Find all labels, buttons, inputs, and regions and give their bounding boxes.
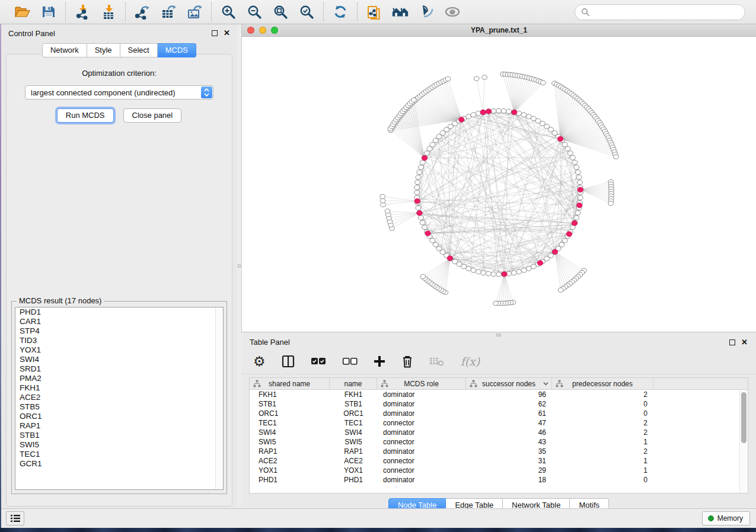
table-scrollbar[interactable]	[739, 390, 748, 493]
zoom-in-icon[interactable]	[219, 3, 237, 21]
control-panel-title: Control Panel	[8, 29, 55, 38]
import-network-icon[interactable]	[74, 3, 91, 21]
vertical-splitter[interactable]	[237, 24, 241, 508]
deselect-all-icon[interactable]	[342, 352, 358, 370]
table-row[interactable]: ORC1ORC1dominator610	[250, 409, 739, 418]
zoom-selected-icon[interactable]	[298, 3, 315, 21]
float-panel-icon[interactable]	[212, 30, 218, 36]
mcds-result-item[interactable]: SWI4	[15, 355, 223, 364]
network-graph[interactable]	[242, 37, 755, 331]
tab-style[interactable]: Style	[87, 43, 120, 57]
mcds-result-item[interactable]: YOX1	[15, 345, 223, 355]
table-row[interactable]: SWI4SWI4dominator462	[250, 428, 739, 437]
table-body: FKH1FKH1dominator962STB1STB1dominator620…	[250, 390, 739, 493]
share-document-icon[interactable]	[365, 3, 383, 21]
tab-network[interactable]: Network	[42, 43, 87, 57]
open-folder-icon[interactable]	[14, 3, 31, 21]
search-input[interactable]	[593, 8, 739, 17]
mcds-list-scrollbar[interactable]	[215, 307, 223, 489]
mcds-result-list[interactable]: PHD1CAR1STP4TID3YOX1SWI4SRD1PMA2FKH1ACE2…	[15, 307, 224, 490]
close-panel-button[interactable]: Close panel	[123, 108, 182, 123]
mcds-result-item[interactable]: STB1	[15, 431, 223, 440]
network-canvas[interactable]	[242, 37, 756, 332]
table-row[interactable]: RAP1RAP1dominator352	[250, 447, 739, 456]
splitter-handle-icon[interactable]	[238, 264, 241, 268]
table-cell: YOX1	[250, 466, 330, 475]
zoom-out-icon[interactable]	[245, 3, 263, 21]
table-cell: TEC1	[330, 418, 377, 428]
column-label: MCDS role	[404, 380, 439, 388]
table-cell: 0	[552, 475, 653, 485]
table-panel-splitter-handle-icon[interactable]	[496, 334, 501, 336]
mcds-result-item[interactable]: ORC1	[15, 412, 223, 421]
table-row[interactable]: FKH1FKH1dominator962	[250, 390, 739, 399]
table-row[interactable]: TEC1TEC1connector472	[250, 418, 739, 428]
table-row[interactable]: STB1STB1dominator620	[250, 399, 739, 409]
float-table-panel-icon[interactable]	[729, 339, 735, 345]
column-header-shared-name[interactable]: shared name	[250, 378, 330, 389]
column-header-successor-nodes[interactable]: successor nodes	[466, 378, 552, 389]
column-label: successor nodes	[482, 380, 535, 388]
mcds-result-item[interactable]: GCR1	[15, 459, 223, 469]
mcds-result-item[interactable]: PHD1	[15, 307, 223, 317]
save-icon[interactable]	[40, 3, 58, 21]
import-table-icon[interactable]	[100, 3, 117, 21]
tab-mcds[interactable]: MCDS	[158, 43, 196, 57]
mcds-result-item[interactable]: SRD1	[15, 364, 223, 374]
home-networks-icon[interactable]	[391, 3, 409, 21]
mcds-result-item[interactable]: PMA2	[15, 374, 223, 383]
search-icon	[581, 8, 589, 16]
table-cell: FKH1	[250, 390, 330, 399]
mcds-result-item[interactable]: SWI5	[15, 440, 223, 450]
close-panel-icon[interactable]: ✕	[224, 30, 230, 36]
search-field[interactable]	[575, 4, 745, 20]
optimization-select[interactable]: largest connected component (undirected)	[25, 85, 213, 100]
table-cell: dominator	[377, 399, 466, 409]
add-column-icon[interactable]	[374, 352, 385, 370]
table-cell: 62	[466, 399, 552, 409]
table-row[interactable]: YOX1YOX1connector291	[250, 466, 739, 475]
status-bar: Memory	[0, 508, 756, 528]
column-header-name[interactable]: name	[330, 378, 377, 389]
run-mcds-button[interactable]: Run MCDS	[57, 108, 114, 123]
refresh-icon[interactable]	[331, 3, 349, 21]
mcds-result-item[interactable]: STP4	[15, 326, 223, 336]
memory-status-icon	[708, 515, 714, 521]
table-cell: SWI5	[330, 437, 377, 447]
select-all-icon[interactable]	[311, 352, 326, 370]
table-row[interactable]: SWI5SWI5connector431	[250, 437, 739, 447]
mcds-result-item[interactable]: TID3	[15, 336, 223, 345]
mcds-result-item[interactable]: ACE2	[15, 393, 223, 402]
function-builder-icon[interactable]: f(x)	[461, 352, 480, 370]
table-row[interactable]: ACE2ACE2connector311	[250, 456, 739, 466]
table-row[interactable]: PHD1PHD1dominator180	[250, 475, 739, 485]
memory-button[interactable]: Memory	[702, 511, 750, 525]
table-cell: 47	[466, 418, 552, 428]
network-window-titlebar[interactable]: YPA_prune.txt_1	[242, 24, 756, 37]
task-history-button[interactable]	[6, 511, 24, 525]
mcds-result-item[interactable]: STB5	[15, 402, 223, 412]
mcds-result-item[interactable]: RAP1	[15, 421, 223, 431]
show-panels-icon[interactable]	[444, 3, 461, 21]
table-scrollbar-thumb[interactable]	[741, 392, 747, 443]
export-image-icon[interactable]	[186, 3, 203, 21]
table-settings-icon[interactable]: ⚙	[253, 352, 266, 370]
close-table-panel-icon[interactable]: ✕	[741, 339, 748, 345]
mcds-result-item[interactable]: TEC1	[15, 450, 223, 459]
zoom-fit-icon[interactable]	[272, 3, 289, 21]
tab-select[interactable]: Select	[120, 43, 158, 57]
select-stepper-icon	[201, 86, 212, 98]
column-layout-icon[interactable]	[282, 352, 295, 370]
column-header-predecessor-nodes[interactable]: predecessor nodes	[552, 378, 653, 389]
column-header-MCDS-role[interactable]: MCDS role	[377, 378, 466, 389]
list-icon	[10, 514, 21, 523]
mcds-result-item[interactable]: CAR1	[15, 317, 223, 326]
export-table-icon[interactable]	[160, 3, 177, 21]
mcds-result-item[interactable]: FKH1	[15, 383, 223, 393]
delete-column-icon[interactable]	[401, 352, 413, 370]
hide-panels-icon[interactable]	[417, 3, 435, 21]
delete-table-icon[interactable]	[429, 352, 445, 370]
table-cell: connector	[377, 437, 466, 447]
table-panel: Table Panel ✕ ⚙	[241, 332, 756, 508]
export-network-icon[interactable]	[133, 3, 151, 21]
